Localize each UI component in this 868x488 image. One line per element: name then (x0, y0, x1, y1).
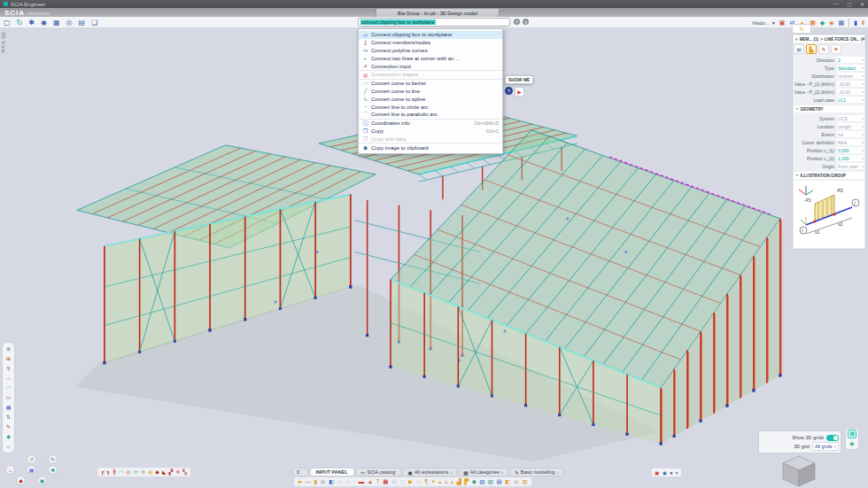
input-tool-icon[interactable]: ▤ (496, 477, 501, 486)
input-tool-icon[interactable]: ¶ (424, 477, 428, 486)
input-tool-icon[interactable]: ▟ (457, 477, 461, 486)
corner-tool-icon[interactable]: ▣ (655, 469, 660, 476)
menu-item[interactable]: ◔ Convert line to circle arc (359, 103, 502, 111)
panel-tab[interactable]: ⚑ (831, 44, 841, 54)
wheel-button[interactable]: ↺ (27, 454, 36, 464)
panel-tab[interactable]: ▤ (794, 44, 804, 54)
menu-item[interactable]: ❐ Copy add data (359, 135, 502, 143)
property-value-box[interactable]: full ∨ (837, 131, 864, 137)
input-tool-icon[interactable]: ▣ (514, 477, 519, 486)
toolbar-icon[interactable]: ✱ (28, 17, 35, 28)
input-tool-icon[interactable]: ▮ (314, 477, 318, 486)
input-tool-icon[interactable]: ▧ (488, 477, 493, 486)
menu-item[interactable]: ∿ Convert curve to spline (359, 95, 502, 103)
illustration-section-header[interactable]: ▼ ILLUSTRATION GROUP (794, 172, 864, 179)
maximize-button[interactable]: ▢ (847, 1, 852, 7)
wheel-button[interactable]: ▣ (37, 476, 47, 485)
wheel-button[interactable]: ▦ (27, 465, 36, 475)
quick-tool-icon[interactable]: ◉ (148, 468, 152, 476)
input-tool-icon[interactable]: ▱ (337, 477, 342, 486)
input-tool-icon[interactable]: ◧ (505, 477, 510, 486)
input-tool-icon[interactable]: T (376, 477, 380, 486)
input-tool-icon[interactable]: ◫ (400, 477, 406, 486)
menu-item[interactable]: ❐ Copy Ctrl+C (359, 128, 502, 136)
toolbar-icon[interactable]: ↻ (17, 17, 23, 28)
input-tool-icon[interactable]: ▰ (298, 477, 302, 486)
navigation-cube[interactable] (774, 455, 824, 488)
corner-tool-icon[interactable]: ● (670, 470, 673, 476)
input-tool-icon[interactable]: ✦ (430, 477, 435, 486)
view-tool-icon[interactable]: ⇅ (6, 413, 11, 422)
grid-toggle-button[interactable]: ▦ (848, 430, 856, 438)
grid-select[interactable]: All grids ∨ (812, 442, 839, 451)
toolbar-icon[interactable]: ◎ (66, 17, 73, 28)
input-tool-icon[interactable]: ▴ (445, 477, 447, 486)
menu-item[interactable]: ↧ Connect members/nodes (359, 39, 502, 47)
quick-tool-icon[interactable]: ┏ (101, 468, 105, 476)
menu-item[interactable]: ▭ Connect clipping box to workplane (359, 31, 502, 39)
input-tool-icon[interactable]: ▦ (383, 477, 388, 486)
quick-tool-icon[interactable]: ◎ (126, 468, 130, 476)
property-value-box[interactable]: Rela ∨ (837, 139, 864, 145)
menu-item[interactable]: ▦ Construction stages (359, 70, 502, 79)
property-value-box[interactable]: 1,000 ∨ (837, 155, 864, 161)
quick-tool-icon[interactable]: ◠ (119, 468, 123, 476)
properties-header[interactable]: ≡ MEM... (1) > LINE FORCE ON... (49) (794, 35, 864, 43)
input-tool-icon[interactable]: ▣ (321, 477, 326, 486)
quick-tool-icon[interactable]: ▚ (182, 468, 187, 476)
input-tool-icon[interactable]: ▛ (464, 477, 469, 486)
bottom-tab[interactable]: ▣ All workstations ∨ (403, 468, 457, 476)
toolbar-icon[interactable]: ◉ (41, 17, 47, 28)
show-3d-grids-toggle[interactable] (826, 435, 839, 441)
view-tool-icon[interactable]: ⊞ (6, 354, 11, 363)
view-tool-icon[interactable]: ✎ (6, 422, 11, 431)
toolbar-icon[interactable]: ▦ (53, 17, 60, 28)
view-tool-icon[interactable]: ◠ (6, 383, 11, 392)
menu-item[interactable]: ◙ Copy image to clipboard (359, 143, 502, 151)
menu-item[interactable]: ⌒ Convert line to parabolic arc (359, 111, 502, 119)
input-tool-icon[interactable]: ▫ (353, 477, 355, 486)
quick-tool-icon[interactable]: ▭ (133, 468, 138, 476)
view-tool-icon[interactable]: ⌂ (7, 374, 11, 383)
input-tool-icon[interactable]: ▶ (408, 477, 413, 486)
view-tool-icon[interactable]: ▭ (6, 393, 12, 402)
input-tool-icon[interactable]: ◧ (329, 477, 334, 486)
spotlight-help-icon[interactable]: ? (514, 19, 520, 25)
quick-tool-icon[interactable]: ◣ (162, 468, 167, 476)
panel-tab[interactable]: ✎ (818, 44, 829, 54)
input-tool-icon[interactable]: ▤ (391, 477, 397, 486)
toolbar-icon[interactable]: ▢ (4, 17, 11, 28)
corner-tool-icon[interactable]: ▾ (676, 469, 678, 476)
menu-item[interactable]: ⌐ Connect two lines at corner with an ..… (359, 54, 502, 62)
toolbar-right-icon[interactable]: ◈ (829, 17, 833, 28)
wheel-button[interactable]: ↻ (48, 454, 58, 464)
wheel-button[interactable]: ◆ (16, 476, 26, 485)
bottom-tab[interactable]: ✎ Basic modelling ∨ (510, 468, 564, 476)
video-icon[interactable]: ▶ (515, 87, 524, 97)
menu-item[interactable]: ◠ Convert curve to bezier (359, 79, 502, 88)
panel-menu-icon[interactable]: ≡ (795, 37, 798, 42)
user-menu[interactable]: Vlado… ▾ (752, 19, 775, 26)
input-tool-icon[interactable]: — (306, 477, 312, 486)
input-tool-icon[interactable]: ◆ (472, 477, 477, 486)
bottom-tab[interactable]: ≡ (292, 468, 308, 476)
bottom-tab[interactable]: ▭ SCIA catalog (356, 468, 401, 476)
bottom-tab[interactable]: ▦ All categories ∨ (459, 468, 508, 476)
toolbar-right-icon[interactable]: ▣ (779, 17, 786, 28)
wheel-button[interactable]: ✚ (48, 465, 58, 475)
property-value-box[interactable]: -10,00 ∨ (837, 89, 864, 95)
close-button[interactable]: ✕ (860, 1, 864, 7)
toolbar-right-icon[interactable]: ◆ (820, 17, 825, 28)
property-value-box[interactable]: 0,000 ∨ (837, 147, 864, 153)
spotlight-close-icon[interactable]: ✕ (523, 19, 529, 25)
input-tool-icon[interactable]: ▨ (479, 477, 484, 486)
toolbar-icon[interactable]: ❏ (91, 17, 97, 28)
view-tool-icon[interactable]: ⊕ (6, 345, 11, 353)
input-tool-icon[interactable]: ▬ (359, 477, 365, 486)
input-tool-icon[interactable]: ▭ (345, 477, 350, 486)
property-value-box[interactable]: -10,00 ∨ (837, 81, 864, 87)
input-tool-icon[interactable]: ▲ (368, 477, 373, 486)
project-tab[interactable]: Bia Group - lin pb - 3D Design model (376, 8, 500, 17)
spotlight-input[interactable]: connect clipping box to workplane (358, 18, 510, 27)
property-value-box[interactable]: Uniform ∨ (837, 73, 864, 79)
